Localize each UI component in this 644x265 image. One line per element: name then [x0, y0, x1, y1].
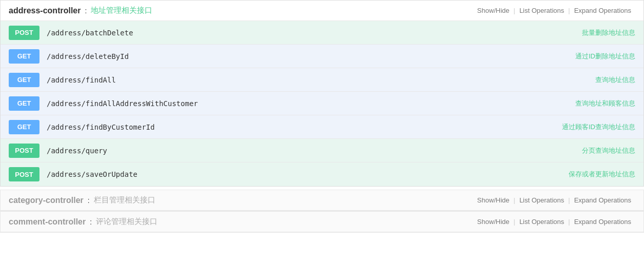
method-badge: GET — [9, 73, 39, 87]
address-controller-section: address-controller : 地址管理相关接口 Show/Hide … — [0, 0, 644, 187]
operation-path: /address/query — [47, 147, 574, 155]
operation-path: /address/findAll — [47, 76, 587, 84]
table-row[interactable]: POST/address/query分页查询地址信息 — [1, 139, 643, 162]
table-row[interactable]: POST/address/batchDelete批量删除地址信息 — [1, 21, 643, 45]
category-controller-actions: Show/Hide | List Operations | Expand Ope… — [473, 196, 635, 204]
operation-path: /address/findAllAddressWithCustomer — [47, 99, 567, 108]
comment-expand-operations-link[interactable]: Expand Operations — [570, 218, 635, 226]
operation-summary: 查询地址信息 — [595, 75, 635, 85]
operation-summary: 通过顾客ID查询地址信息 — [562, 123, 635, 132]
comment-list-operations-link[interactable]: List Operations — [515, 218, 568, 226]
address-operations-list: POST/address/batchDelete批量删除地址信息GET/addr… — [1, 21, 643, 186]
operation-path: /address/batchDelete — [47, 29, 574, 37]
method-badge: GET — [9, 49, 39, 64]
method-badge: POST — [9, 26, 39, 40]
method-badge: POST — [9, 144, 39, 158]
table-row[interactable]: GET/address/findByCustomerId通过顾客ID查询地址信息 — [1, 115, 643, 139]
comment-controller-header[interactable]: comment-controller : 评论管理相关接口 Show/Hide … — [1, 212, 643, 232]
operation-summary: 查询地址和顾客信息 — [575, 99, 635, 108]
operation-summary: 分页查询地址信息 — [582, 146, 635, 155]
category-controller-header[interactable]: category-controller : 栏目管理相关接口 Show/Hide… — [1, 190, 643, 211]
table-row[interactable]: GET/address/findAllAddressWithCustomer查询… — [1, 92, 643, 115]
address-controller-header[interactable]: address-controller : 地址管理相关接口 Show/Hide … — [1, 1, 643, 21]
comment-controller-desc: 评论管理相关接口 — [96, 217, 157, 227]
category-controller-desc: 栏目管理相关接口 — [94, 195, 155, 205]
category-controller-name: category-controller — [9, 196, 84, 205]
operation-summary: 通过ID删除地址信息 — [575, 52, 635, 61]
address-list-operations-link[interactable]: List Operations — [515, 7, 568, 14]
category-controller-title: category-controller : 栏目管理相关接口 — [9, 195, 155, 205]
comment-controller-section: comment-controller : 评论管理相关接口 Show/Hide … — [0, 211, 644, 233]
comment-controller-actions: Show/Hide | List Operations | Expand Ope… — [473, 218, 635, 226]
category-list-operations-link[interactable]: List Operations — [515, 196, 568, 204]
address-controller-title: address-controller : 地址管理相关接口 — [9, 6, 152, 15]
operation-summary: 保存或者更新地址信息 — [569, 170, 635, 179]
address-expand-operations-link[interactable]: Expand Operations — [570, 7, 635, 14]
operation-summary: 批量删除地址信息 — [582, 28, 635, 37]
comment-controller-colon: : — [90, 218, 92, 226]
address-controller-name: address-controller — [9, 6, 80, 15]
category-controller-section: category-controller : 栏目管理相关接口 Show/Hide… — [0, 190, 644, 211]
method-badge: GET — [9, 96, 39, 111]
address-show-hide-link[interactable]: Show/Hide — [473, 7, 514, 14]
category-show-hide-link[interactable]: Show/Hide — [473, 196, 514, 204]
operation-path: /address/saveOrUpdate — [47, 170, 560, 178]
operation-path: /address/deleteById — [47, 52, 567, 60]
table-row[interactable]: GET/address/deleteById通过ID删除地址信息 — [1, 45, 643, 68]
method-badge: POST — [9, 167, 39, 181]
method-badge: GET — [9, 120, 39, 134]
table-row[interactable]: POST/address/saveOrUpdate保存或者更新地址信息 — [1, 162, 643, 186]
address-controller-desc: 地址管理相关接口 — [91, 6, 152, 15]
category-controller-colon: : — [88, 196, 90, 205]
category-expand-operations-link[interactable]: Expand Operations — [570, 196, 635, 204]
operation-path: /address/findByCustomerId — [47, 123, 554, 131]
comment-controller-title: comment-controller : 评论管理相关接口 — [9, 217, 157, 227]
comment-controller-name: comment-controller — [9, 217, 86, 227]
address-controller-colon: : — [85, 7, 87, 15]
comment-show-hide-link[interactable]: Show/Hide — [473, 218, 514, 226]
address-controller-actions: Show/Hide | List Operations | Expand Ope… — [473, 7, 635, 14]
table-row[interactable]: GET/address/findAll查询地址信息 — [1, 68, 643, 92]
